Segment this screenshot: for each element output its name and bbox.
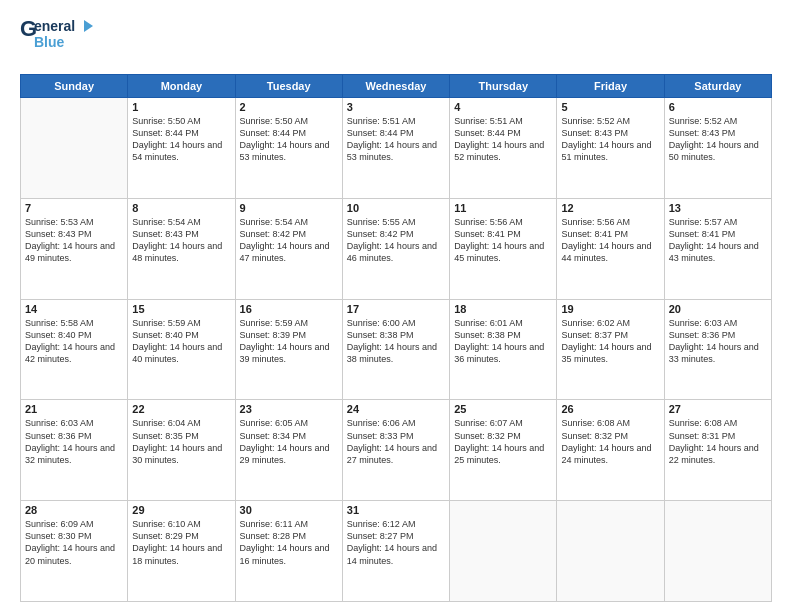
cell-info: Sunrise: 5:51 AMSunset: 8:44 PMDaylight:… [347,115,445,164]
calendar-header-row: SundayMondayTuesdayWednesdayThursdayFrid… [21,75,772,98]
cell-info: Sunrise: 6:08 AMSunset: 8:31 PMDaylight:… [669,417,767,466]
day-header-saturday: Saturday [664,75,771,98]
day-number: 13 [669,202,767,214]
day-number: 22 [132,403,230,415]
calendar-cell: 19 Sunrise: 6:02 AMSunset: 8:37 PMDaylig… [557,299,664,400]
calendar-cell: 24 Sunrise: 6:06 AMSunset: 8:33 PMDaylig… [342,400,449,501]
cell-info: Sunrise: 6:08 AMSunset: 8:32 PMDaylight:… [561,417,659,466]
cell-info: Sunrise: 5:55 AMSunset: 8:42 PMDaylight:… [347,216,445,265]
logo-blue: Blue [34,34,64,50]
cell-info: Sunrise: 5:54 AMSunset: 8:43 PMDaylight:… [132,216,230,265]
cell-info: Sunrise: 6:03 AMSunset: 8:36 PMDaylight:… [669,317,767,366]
calendar-cell: 11 Sunrise: 5:56 AMSunset: 8:41 PMDaylig… [450,198,557,299]
calendar-week-2: 7 Sunrise: 5:53 AMSunset: 8:43 PMDayligh… [21,198,772,299]
day-number: 30 [240,504,338,516]
calendar-cell [557,501,664,602]
calendar-cell: 31 Sunrise: 6:12 AMSunset: 8:27 PMDaylig… [342,501,449,602]
cell-info: Sunrise: 6:04 AMSunset: 8:35 PMDaylight:… [132,417,230,466]
day-number: 3 [347,101,445,113]
calendar-cell: 21 Sunrise: 6:03 AMSunset: 8:36 PMDaylig… [21,400,128,501]
calendar-cell [21,98,128,199]
cell-info: Sunrise: 5:50 AMSunset: 8:44 PMDaylight:… [240,115,338,164]
calendar-cell: 12 Sunrise: 5:56 AMSunset: 8:41 PMDaylig… [557,198,664,299]
calendar-cell: 9 Sunrise: 5:54 AMSunset: 8:42 PMDayligh… [235,198,342,299]
calendar-cell: 3 Sunrise: 5:51 AMSunset: 8:44 PMDayligh… [342,98,449,199]
calendar-cell: 30 Sunrise: 6:11 AMSunset: 8:28 PMDaylig… [235,501,342,602]
calendar-cell: 22 Sunrise: 6:04 AMSunset: 8:35 PMDaylig… [128,400,235,501]
cell-info: Sunrise: 5:50 AMSunset: 8:44 PMDaylight:… [132,115,230,164]
day-number: 27 [669,403,767,415]
logo-eneral: eneral [34,18,75,34]
day-number: 1 [132,101,230,113]
day-number: 19 [561,303,659,315]
calendar-cell: 16 Sunrise: 5:59 AMSunset: 8:39 PMDaylig… [235,299,342,400]
cell-info: Sunrise: 6:09 AMSunset: 8:30 PMDaylight:… [25,518,123,567]
day-number: 25 [454,403,552,415]
header: G eneral Blue [20,16,772,66]
cell-info: Sunrise: 6:12 AMSunset: 8:27 PMDaylight:… [347,518,445,567]
day-number: 10 [347,202,445,214]
calendar-cell: 29 Sunrise: 6:10 AMSunset: 8:29 PMDaylig… [128,501,235,602]
cell-info: Sunrise: 6:06 AMSunset: 8:33 PMDaylight:… [347,417,445,466]
cell-info: Sunrise: 6:02 AMSunset: 8:37 PMDaylight:… [561,317,659,366]
cell-info: Sunrise: 6:00 AMSunset: 8:38 PMDaylight:… [347,317,445,366]
calendar-cell: 1 Sunrise: 5:50 AMSunset: 8:44 PMDayligh… [128,98,235,199]
day-header-sunday: Sunday [21,75,128,98]
calendar-week-3: 14 Sunrise: 5:58 AMSunset: 8:40 PMDaylig… [21,299,772,400]
calendar-cell: 15 Sunrise: 5:59 AMSunset: 8:40 PMDaylig… [128,299,235,400]
calendar-cell: 17 Sunrise: 6:00 AMSunset: 8:38 PMDaylig… [342,299,449,400]
cell-info: Sunrise: 5:59 AMSunset: 8:40 PMDaylight:… [132,317,230,366]
calendar-week-1: 1 Sunrise: 5:50 AMSunset: 8:44 PMDayligh… [21,98,772,199]
cell-info: Sunrise: 6:03 AMSunset: 8:36 PMDaylight:… [25,417,123,466]
day-number: 16 [240,303,338,315]
cell-info: Sunrise: 5:52 AMSunset: 8:43 PMDaylight:… [669,115,767,164]
cell-info: Sunrise: 5:58 AMSunset: 8:40 PMDaylight:… [25,317,123,366]
cell-info: Sunrise: 6:11 AMSunset: 8:28 PMDaylight:… [240,518,338,567]
calendar-cell: 26 Sunrise: 6:08 AMSunset: 8:32 PMDaylig… [557,400,664,501]
calendar-cell: 13 Sunrise: 5:57 AMSunset: 8:41 PMDaylig… [664,198,771,299]
calendar: SundayMondayTuesdayWednesdayThursdayFrid… [20,74,772,602]
calendar-cell: 10 Sunrise: 5:55 AMSunset: 8:42 PMDaylig… [342,198,449,299]
day-number: 5 [561,101,659,113]
calendar-cell: 4 Sunrise: 5:51 AMSunset: 8:44 PMDayligh… [450,98,557,199]
calendar-cell: 20 Sunrise: 6:03 AMSunset: 8:36 PMDaylig… [664,299,771,400]
calendar-cell [664,501,771,602]
calendar-week-5: 28 Sunrise: 6:09 AMSunset: 8:30 PMDaylig… [21,501,772,602]
calendar-cell: 2 Sunrise: 5:50 AMSunset: 8:44 PMDayligh… [235,98,342,199]
day-header-friday: Friday [557,75,664,98]
page: G eneral Blue SundayMondayTuesdayWednesd… [0,0,792,612]
day-header-monday: Monday [128,75,235,98]
day-number: 17 [347,303,445,315]
day-number: 4 [454,101,552,113]
cell-info: Sunrise: 5:56 AMSunset: 8:41 PMDaylight:… [561,216,659,265]
calendar-cell: 8 Sunrise: 5:54 AMSunset: 8:43 PMDayligh… [128,198,235,299]
calendar-cell: 27 Sunrise: 6:08 AMSunset: 8:31 PMDaylig… [664,400,771,501]
day-number: 6 [669,101,767,113]
day-number: 29 [132,504,230,516]
day-number: 2 [240,101,338,113]
cell-info: Sunrise: 5:57 AMSunset: 8:41 PMDaylight:… [669,216,767,265]
cell-info: Sunrise: 6:05 AMSunset: 8:34 PMDaylight:… [240,417,338,466]
cell-info: Sunrise: 5:52 AMSunset: 8:43 PMDaylight:… [561,115,659,164]
day-number: 26 [561,403,659,415]
cell-info: Sunrise: 6:10 AMSunset: 8:29 PMDaylight:… [132,518,230,567]
calendar-cell: 7 Sunrise: 5:53 AMSunset: 8:43 PMDayligh… [21,198,128,299]
day-number: 8 [132,202,230,214]
day-number: 12 [561,202,659,214]
day-header-thursday: Thursday [450,75,557,98]
calendar-cell: 18 Sunrise: 6:01 AMSunset: 8:38 PMDaylig… [450,299,557,400]
cell-info: Sunrise: 5:51 AMSunset: 8:44 PMDaylight:… [454,115,552,164]
day-number: 18 [454,303,552,315]
day-number: 14 [25,303,123,315]
day-number: 11 [454,202,552,214]
logo: G eneral Blue [20,16,110,66]
day-number: 28 [25,504,123,516]
calendar-cell: 5 Sunrise: 5:52 AMSunset: 8:43 PMDayligh… [557,98,664,199]
calendar-cell: 23 Sunrise: 6:05 AMSunset: 8:34 PMDaylig… [235,400,342,501]
day-number: 15 [132,303,230,315]
cell-info: Sunrise: 6:07 AMSunset: 8:32 PMDaylight:… [454,417,552,466]
day-header-wednesday: Wednesday [342,75,449,98]
day-number: 7 [25,202,123,214]
cell-info: Sunrise: 5:59 AMSunset: 8:39 PMDaylight:… [240,317,338,366]
cell-info: Sunrise: 6:01 AMSunset: 8:38 PMDaylight:… [454,317,552,366]
